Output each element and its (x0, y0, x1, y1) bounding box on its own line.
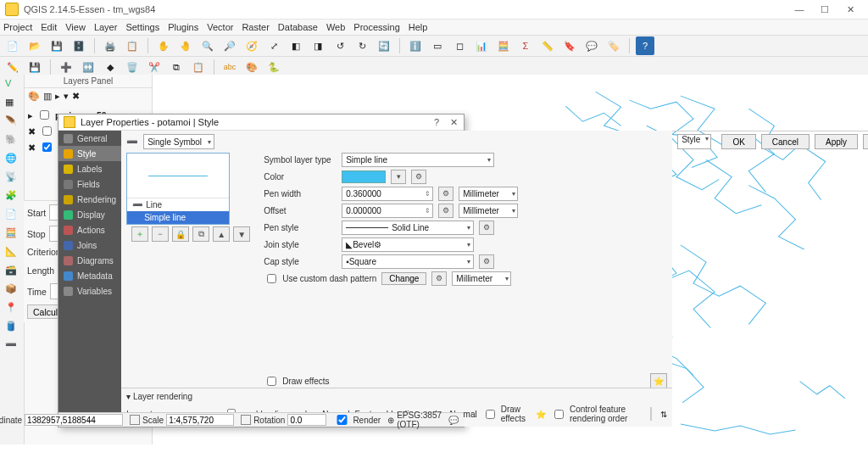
layer-visibility-checkbox[interactable] (40, 110, 49, 120)
layer-visibility-checkbox[interactable] (42, 126, 52, 136)
tab-display[interactable]: Display (58, 207, 121, 222)
tab-general[interactable]: General (58, 131, 121, 146)
tab-joins[interactable]: Joins (58, 237, 121, 253)
help-icon[interactable]: ? (636, 36, 654, 55)
new-spatialite-icon[interactable]: 🗃️ (5, 265, 19, 278)
zoom-layer-icon[interactable]: ◨ (309, 36, 327, 55)
dash-unit-select[interactable]: Millimeter (452, 271, 511, 286)
dialog-titlebar[interactable]: Layer Properties - potamoi | Style ? ✕ (58, 114, 464, 131)
annotation-icon[interactable]: 💬 (582, 36, 601, 55)
layer-style-icon[interactable]: 🎨 (28, 91, 40, 102)
symbol-layer-type-select[interactable]: Simple line (342, 153, 494, 167)
add-wms-icon[interactable]: 🌐 (5, 153, 19, 166)
add-feature-icon[interactable]: ➕ (57, 58, 75, 76)
refresh-icon[interactable]: 🔄 (375, 36, 393, 55)
cancel-button[interactable]: Cancel (761, 134, 810, 149)
tab-rendering[interactable]: Rendering (58, 192, 121, 207)
move-up-button[interactable]: ▲ (213, 226, 230, 242)
menu-vector[interactable]: Vector (207, 22, 233, 32)
pen-width-input[interactable]: 0.360000 (342, 187, 433, 201)
zoom-in-icon[interactable]: 🔍 (198, 36, 217, 55)
cap-style-dd-button[interactable]: ⚙ (479, 254, 494, 269)
zoom-last-icon[interactable]: ↺ (331, 36, 349, 55)
tab-diagrams[interactable]: Diagrams (58, 253, 121, 268)
coordinate-input[interactable] (25, 414, 123, 426)
remove-layer-icon[interactable]: ➖ (5, 339, 19, 353)
layer-visibility-checkbox[interactable] (42, 142, 52, 152)
pen-width-unit-select[interactable]: Millimeter (459, 187, 518, 201)
expand-toggle-icon[interactable]: ▸ (28, 110, 33, 120)
saveas-project-icon[interactable]: 🗄️ (70, 36, 88, 55)
menu-view[interactable]: View (65, 22, 86, 32)
color-dropdown-button[interactable]: ▾ (391, 170, 406, 184)
magnifier-lock-icon[interactable] (241, 415, 251, 425)
effects-config-button[interactable]: ⭐ (650, 373, 667, 388)
save-project-icon[interactable]: 💾 (47, 36, 66, 55)
color-swatch[interactable] (342, 170, 386, 183)
custom-dash-checkbox[interactable]: Use custom dash pattern (264, 271, 376, 286)
menu-help[interactable]: Help (409, 22, 428, 32)
labeling-icon[interactable]: 🏷️ (604, 36, 623, 55)
pen-width-dd-button[interactable]: ⚙ (438, 187, 453, 201)
style-menu-button[interactable]: Style (677, 134, 711, 149)
style-manager-icon[interactable]: 🎨 (242, 58, 261, 76)
expand-icon[interactable]: ▸ (55, 91, 60, 102)
copy-icon[interactable]: ⧉ (167, 58, 186, 76)
move-feature-icon[interactable]: ↔️ (79, 58, 97, 76)
add-raster-icon[interactable]: ▦ (5, 97, 19, 110)
remove-icon[interactable]: ✖ (72, 91, 80, 102)
messages-icon[interactable]: 💬 (448, 416, 459, 425)
close-button[interactable]: ✕ (837, 2, 863, 17)
lock-symbol-layer-button[interactable]: 🔒 (172, 226, 189, 242)
menu-web[interactable]: Web (326, 22, 345, 32)
crs-label[interactable]: EPSG:3857 (OTF) (397, 411, 442, 429)
tab-variables[interactable]: Variables (58, 283, 121, 299)
tab-metadata[interactable]: Metadata (58, 268, 121, 283)
remove-symbol-layer-button[interactable]: － (152, 226, 169, 242)
join-style-select[interactable]: ◣ Bevel⚙ (342, 237, 474, 252)
cfro-expression-input[interactable] (650, 407, 652, 421)
rotation-input[interactable] (287, 414, 326, 426)
apply-button[interactable]: Apply (815, 134, 858, 149)
add-csv-icon[interactable]: 📄 (5, 209, 19, 222)
oracle-icon[interactable]: 🛢️ (5, 321, 19, 334)
menu-plugins[interactable]: Plugins (168, 22, 198, 32)
dialog-help-icon[interactable]: ? (431, 117, 442, 127)
print-composer-icon[interactable]: 🖨️ (101, 36, 120, 55)
menu-database[interactable]: Database (278, 22, 318, 32)
select-icon[interactable]: ▭ (428, 36, 447, 55)
node-tool-icon[interactable]: ◆ (101, 58, 120, 76)
duplicate-symbol-layer-button[interactable]: ⧉ (192, 226, 209, 242)
pen-style-select[interactable]: Solid Line (342, 221, 474, 235)
menu-layer[interactable]: Layer (94, 22, 118, 32)
dash-dd-button[interactable]: ⚙ (431, 271, 447, 286)
add-wcs-icon[interactable]: 📡 (5, 171, 19, 185)
layer-rendering-title[interactable]: ▾ Layer rendering (126, 392, 667, 401)
maximize-button[interactable]: ☐ (812, 2, 837, 17)
offset-unit-select[interactable]: Millimeter (459, 204, 518, 218)
symbol-layer-tree[interactable]: ➖ Line Simple line (126, 153, 230, 225)
field-calc-icon[interactable]: 🧮 (494, 36, 513, 55)
menu-edit[interactable]: Edit (41, 22, 57, 32)
tab-labels[interactable]: Labels (58, 161, 121, 176)
new-gpkg-icon[interactable]: 📦 (5, 283, 19, 297)
draw-effects-checkbox[interactable]: Draw effects (264, 374, 329, 388)
zoom-out-icon[interactable]: 🔎 (220, 36, 239, 55)
scale-input[interactable] (166, 414, 234, 426)
pen-style-dd-button[interactable]: ⚙ (479, 221, 494, 235)
new-shapefile-icon[interactable]: 📐 (5, 246, 19, 260)
zoom-selection-icon[interactable]: ◧ (287, 36, 305, 55)
deselect-icon[interactable]: ◻ (450, 36, 469, 55)
cap-style-select[interactable]: ▪ Square (342, 254, 474, 269)
filter-legend-icon[interactable]: ▥ (43, 91, 52, 102)
add-virtual-icon[interactable]: 🧮 (5, 227, 19, 241)
cfro-config-button[interactable]: ⇅ (660, 410, 667, 419)
add-vector-icon[interactable]: V (5, 78, 19, 92)
help-button[interactable]: Help (863, 134, 868, 149)
measure-icon[interactable]: 📏 (538, 36, 557, 55)
add-postgis-icon[interactable]: 🐘 (5, 134, 19, 148)
collapse-icon[interactable]: ▾ (64, 91, 69, 102)
python-icon[interactable]: 🐍 (264, 58, 283, 76)
symbol-root[interactable]: ➖ Line (127, 198, 229, 211)
tab-style[interactable]: Style (58, 146, 121, 161)
